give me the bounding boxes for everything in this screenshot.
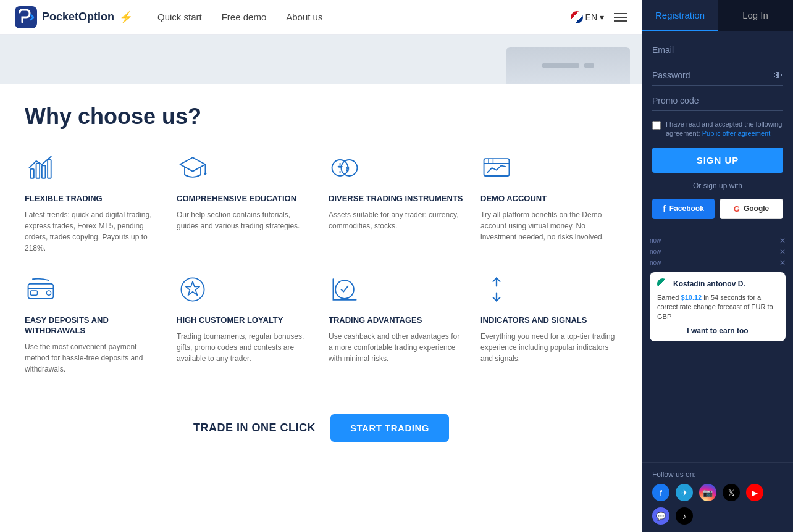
svg-point-16 — [46, 291, 51, 295]
feature-demo-account-desc: Try all platform benefits on the Demo ac… — [480, 209, 618, 243]
notif-close-1[interactable]: ✕ — [779, 236, 786, 245]
feature-trading-advantages-desc: Use cashback and other advantages for a … — [329, 331, 466, 364]
social-tiktok-icon[interactable]: ♪ — [676, 507, 693, 525]
device-bar — [542, 63, 579, 68]
notif-timestamp-3: now — [650, 259, 661, 266]
education-icon — [177, 152, 211, 186]
feature-easy-deposits-desc: Use the most convenient payment method f… — [25, 341, 162, 375]
feature-education-title: COMPREHENSIVE EDUCATION — [177, 194, 314, 204]
google-icon: G — [734, 204, 740, 214]
notif-close-2[interactable]: ✕ — [779, 247, 786, 256]
follow-title: Follow us on: — [652, 470, 783, 479]
notif-bar-3: now ✕ — [650, 259, 786, 267]
public-offer-link[interactable]: Public offer agreement — [702, 130, 770, 137]
email-field — [652, 44, 783, 60]
feature-flexible-trading: FLEXIBLE TRADING Latest trends: quick an… — [25, 152, 162, 254]
password-input[interactable] — [652, 69, 783, 81]
feature-education-desc: Our help section contains tutorials, gui… — [177, 209, 314, 231]
features-grid: FLEXIBLE TRADING Latest trends: quick an… — [25, 152, 618, 375]
nav-free-demo[interactable]: Free demo — [222, 12, 267, 22]
svg-point-6 — [204, 172, 207, 175]
follow-section: Follow us on: f ✈ 📷 𝕏 ▶ 💬 ♪ — [642, 462, 793, 532]
notif-bar-1: now ✕ — [650, 236, 786, 245]
logo[interactable]: PocketOption ⚡ — [15, 6, 133, 28]
language-selector[interactable]: EN ▾ — [571, 11, 604, 23]
feature-diverse-trading: ₿ DIVERSE TRADING INSTRUMENTS Assets sui… — [329, 152, 466, 254]
notif-user-name: Kostadin antonov D. — [673, 280, 745, 288]
promo-field — [652, 94, 783, 111]
or-text: Or sign up with — [652, 181, 783, 190]
email-input[interactable] — [652, 44, 783, 56]
feature-loyalty-title: HIGH CUSTOMER LOYALTY — [177, 315, 314, 326]
svg-rect-1 — [30, 169, 34, 178]
terms-checkbox-row: I have read and accepted the following a… — [652, 120, 783, 139]
feature-loyalty-desc: Trading tournaments, regular bonuses, gi… — [177, 331, 314, 364]
diverse-trading-icon: ₿ — [329, 152, 363, 186]
feature-diverse-trading-desc: Assets suitable for any trader: currency… — [329, 209, 466, 231]
notif-timestamp-1: now — [650, 237, 661, 244]
demo-account-icon — [480, 152, 515, 186]
google-signin-button[interactable]: G Google — [720, 199, 783, 219]
svg-marker-18 — [186, 281, 199, 295]
sidebar: Registration Log In 👁 I have read and ac… — [642, 0, 793, 532]
password-toggle-icon[interactable]: 👁 — [773, 70, 783, 81]
tab-registration[interactable]: Registration — [642, 0, 718, 31]
password-input-wrap: 👁 — [652, 69, 783, 86]
loyalty-icon — [177, 273, 211, 308]
feature-diverse-trading-title: DIVERSE TRADING INSTRUMENTS — [329, 194, 466, 204]
notif-cta-button[interactable]: I want to earn too — [657, 326, 778, 335]
feature-demo-account: DEMO ACCOUNT Try all platform benefits o… — [480, 152, 618, 254]
svg-rect-4 — [48, 160, 51, 178]
notif-earned-label: Earned — [657, 294, 679, 301]
svg-text:₿: ₿ — [346, 166, 350, 172]
notif-time: in 54 seconds — [703, 294, 745, 301]
terms-label: I have read and accepted the following a… — [666, 120, 783, 139]
promo-input[interactable] — [652, 94, 783, 107]
feature-easy-deposits: EASY DEPOSITS AND WITHDRAWALS Use the mo… — [25, 273, 162, 375]
flag-icon — [571, 11, 583, 23]
svg-rect-10 — [484, 159, 510, 176]
cta-section: TRADE IN ONE CLICK START TRADING — [25, 399, 618, 452]
hamburger-menu[interactable] — [614, 13, 627, 22]
feature-education: COMPREHENSIVE EDUCATION Our help section… — [177, 152, 314, 254]
social-twitter-icon[interactable]: 𝕏 — [723, 484, 740, 501]
main-content: Why choose us? FLEXIBLE TRADING Latest t… — [0, 84, 642, 532]
terms-checkbox[interactable] — [652, 121, 661, 130]
social-instagram-icon[interactable]: 📷 — [699, 484, 716, 501]
navbar: PocketOption ⚡ Quick start Free demo Abo… — [0, 0, 642, 35]
svg-rect-3 — [42, 165, 46, 178]
email-input-wrap — [652, 44, 783, 60]
logo-text: PocketOption — [42, 10, 114, 23]
social-telegram-icon[interactable]: ✈ — [676, 484, 693, 501]
notif-bar-2: now ✕ — [650, 247, 786, 256]
registration-form: 👁 I have read and accepted the following… — [642, 31, 793, 231]
signup-button[interactable]: SIGN UP — [652, 148, 783, 173]
social-facebook-icon[interactable]: f — [652, 484, 669, 501]
feature-trading-advantages-title: TRADING ADVANTAGES — [329, 315, 466, 326]
social-icons-row: f ✈ 📷 𝕏 ▶ 💬 ♪ — [652, 484, 783, 525]
device-btn — [584, 63, 594, 68]
notif-user-flag — [657, 278, 668, 289]
nav-quick-start[interactable]: Quick start — [157, 12, 202, 22]
nav-right: EN ▾ — [571, 11, 627, 23]
notif-close-3[interactable]: ✕ — [779, 259, 786, 267]
logo-bolt: ⚡ — [119, 10, 133, 24]
social-youtube-icon[interactable]: ▶ — [746, 484, 763, 501]
easy-deposits-icon — [25, 273, 59, 308]
social-buttons: f Facebook G Google — [652, 199, 783, 219]
cta-label: TRADE IN ONE CLICK — [193, 422, 316, 434]
trading-advantages-icon — [329, 273, 363, 308]
facebook-icon: f — [663, 204, 666, 214]
notif-timestamp-2: now — [650, 248, 661, 255]
feature-indicators-title: INDICATORS AND SIGNALS — [480, 315, 618, 326]
nav-about-us[interactable]: About us — [286, 12, 322, 22]
start-trading-button[interactable]: START TRADING — [330, 414, 449, 442]
facebook-signin-button[interactable]: f Facebook — [652, 199, 715, 219]
tab-login[interactable]: Log In — [718, 0, 793, 31]
svg-point-7 — [332, 160, 348, 176]
notif-user-row: Kostadin antonov D. — [657, 278, 778, 289]
social-discord-icon[interactable]: 💬 — [652, 507, 669, 525]
feature-loyalty: HIGH CUSTOMER LOYALTY Trading tournament… — [177, 273, 314, 375]
flexible-trading-icon — [25, 152, 59, 186]
promo-input-wrap — [652, 94, 783, 111]
